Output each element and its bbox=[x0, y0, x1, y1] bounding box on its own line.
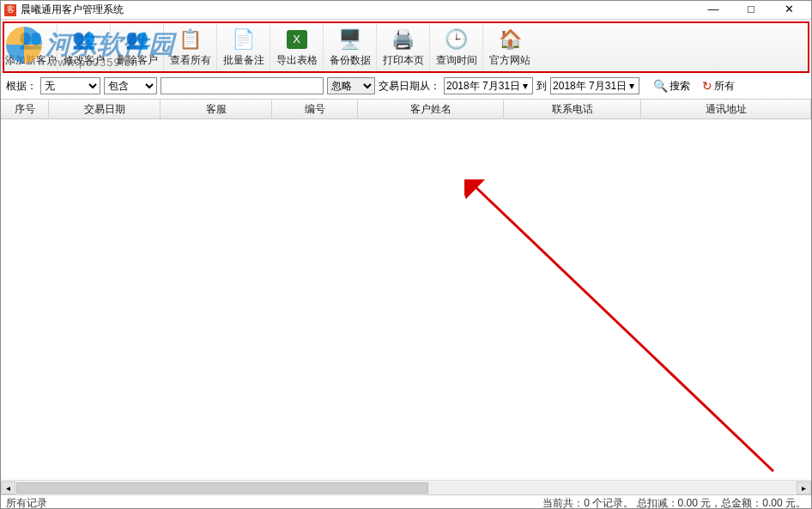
user-add-icon: 👥 bbox=[18, 27, 44, 52]
status-right: 当前共：0 个记录。 总扣减：0.00 元，总金额：0.00 元。 bbox=[542, 496, 806, 509]
grid-header: 序号 交易日期 客服 编号 客户姓名 联系电话 通讯地址 bbox=[1, 99, 811, 119]
tool-label: 查看所有 bbox=[170, 53, 211, 68]
print-page-button[interactable]: 🖨️ 打印本页 bbox=[377, 23, 430, 71]
col-addr[interactable]: 通讯地址 bbox=[641, 100, 811, 118]
filter-op-select[interactable]: 包含 bbox=[104, 77, 157, 94]
tool-label: 官方网站 bbox=[489, 53, 530, 68]
main-toolbar: 👥 添加新客户 👥 修改客户 👥 删除客户 📋 查看所有 📄 批量备注 X 导出… bbox=[3, 21, 809, 73]
grid-body[interactable] bbox=[1, 119, 811, 480]
filter-bar: 根据： 无 包含 忽略 交易日期从： 2018年 7月31日 ▾ 到 2018年… bbox=[1, 73, 811, 99]
status-bar: 所有记录 当前共：0 个记录。 总扣减：0.00 元，总金额：0.00 元。 bbox=[1, 494, 811, 509]
tool-label: 备份数据 bbox=[330, 53, 371, 68]
home-icon: 🏠 bbox=[497, 27, 523, 52]
titlebar: 客 晨曦通用客户管理系统 — □ ✕ bbox=[1, 1, 811, 20]
delete-customer-button[interactable]: 👥 删除客户 bbox=[111, 23, 164, 71]
col-staff[interactable]: 客服 bbox=[161, 100, 272, 118]
search-label: 搜索 bbox=[670, 79, 690, 94]
user-edit-icon: 👥 bbox=[71, 27, 97, 52]
col-code[interactable]: 编号 bbox=[272, 100, 358, 118]
svg-line-0 bbox=[473, 185, 773, 471]
printer-icon: 🖨️ bbox=[391, 27, 416, 52]
user-delete-icon: 👥 bbox=[124, 27, 150, 52]
excel-icon: X bbox=[284, 27, 310, 52]
official-site-button[interactable]: 🏠 官方网站 bbox=[483, 23, 536, 71]
note-icon: 📄 bbox=[231, 27, 257, 52]
col-index[interactable]: 序号 bbox=[1, 100, 49, 118]
date-to-picker[interactable]: 2018年 7月31日 ▾ bbox=[550, 77, 639, 94]
annotation-arrow-icon bbox=[464, 179, 791, 480]
edit-customer-button[interactable]: 👥 修改客户 bbox=[58, 23, 111, 71]
search-icon: 🔍 bbox=[653, 79, 668, 93]
col-name[interactable]: 客户姓名 bbox=[358, 100, 504, 118]
maximize-button[interactable]: □ bbox=[732, 1, 770, 20]
view-all-button[interactable]: 📋 查看所有 bbox=[164, 23, 217, 71]
refresh-icon: ↻ bbox=[702, 79, 712, 93]
filter-root-label: 根据： bbox=[6, 79, 37, 94]
date-from-picker[interactable]: 2018年 7月31日 ▾ bbox=[444, 77, 533, 94]
list-icon: 📋 bbox=[178, 27, 203, 52]
window-title: 晨曦通用客户管理系统 bbox=[21, 3, 694, 17]
tool-label: 查询时间 bbox=[436, 53, 477, 68]
tool-label: 添加新客户 bbox=[5, 53, 57, 68]
all-button[interactable]: ↻ 所有 bbox=[702, 79, 735, 94]
query-time-button[interactable]: 🕒 查询时间 bbox=[430, 23, 483, 71]
tool-label: 批量备注 bbox=[223, 53, 264, 68]
scroll-left-button[interactable]: ◂ bbox=[1, 482, 15, 494]
filter-field-select[interactable]: 无 bbox=[40, 77, 100, 94]
minimize-button[interactable]: — bbox=[694, 1, 732, 20]
tool-label: 删除客户 bbox=[117, 53, 158, 68]
clock-icon: 🕒 bbox=[444, 27, 470, 52]
tool-label: 修改客户 bbox=[64, 53, 105, 68]
date-from-label: 交易日期从： bbox=[379, 79, 440, 94]
batch-note-button[interactable]: 📄 批量备注 bbox=[217, 23, 270, 71]
backup-data-button[interactable]: 🖥️ 备份数据 bbox=[324, 23, 377, 71]
add-customer-button[interactable]: 👥 添加新客户 bbox=[4, 23, 58, 71]
chevron-down-icon: ▾ bbox=[627, 80, 637, 92]
date-to-value: 2018年 7月31日 bbox=[553, 79, 627, 94]
all-label: 所有 bbox=[714, 79, 735, 94]
scroll-right-button[interactable]: ▸ bbox=[797, 482, 811, 494]
horizontal-scrollbar[interactable]: ◂ ▸ bbox=[1, 480, 811, 494]
close-button[interactable]: ✕ bbox=[770, 1, 808, 20]
backup-icon: 🖥️ bbox=[337, 27, 363, 52]
tool-label: 导出表格 bbox=[276, 53, 318, 68]
status-left: 所有记录 bbox=[6, 496, 47, 509]
date-to-label: 到 bbox=[536, 79, 547, 94]
search-button[interactable]: 🔍 搜索 bbox=[653, 79, 690, 94]
col-date[interactable]: 交易日期 bbox=[49, 100, 161, 118]
col-phone[interactable]: 联系电话 bbox=[504, 100, 641, 118]
chevron-down-icon: ▾ bbox=[520, 80, 530, 92]
scroll-thumb[interactable] bbox=[16, 482, 428, 494]
date-from-value: 2018年 7月31日 bbox=[446, 79, 520, 94]
filter-text-input[interactable] bbox=[161, 77, 324, 94]
tool-label: 打印本页 bbox=[383, 53, 424, 68]
app-icon: 客 bbox=[4, 4, 16, 16]
scroll-track[interactable] bbox=[15, 482, 797, 494]
export-table-button[interactable]: X 导出表格 bbox=[270, 23, 324, 71]
filter-ignore-select[interactable]: 忽略 bbox=[327, 77, 375, 94]
